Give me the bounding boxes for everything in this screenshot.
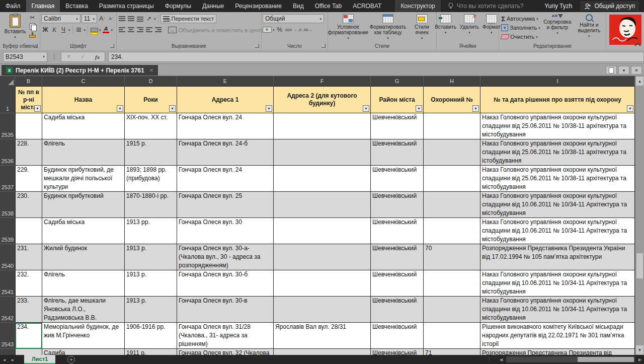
conditional-formatting-button[interactable]: Условное форматирование ▾: [329, 14, 367, 40]
align-right-button[interactable]: [136, 26, 144, 34]
autosum-button[interactable]: Σ Автосумма ▾: [501, 15, 540, 23]
font-name-select[interactable]: Calibri ▾: [41, 14, 80, 23]
table-header-cell[interactable]: Роки▾: [125, 86, 177, 113]
filter-button[interactable]: ▾: [34, 105, 41, 112]
align-top-button[interactable]: [118, 15, 126, 23]
cell[interactable]: [274, 113, 371, 139]
cell[interactable]: Будинок прибутковий, де мешкали діячі по…: [42, 166, 125, 192]
cell[interactable]: [424, 218, 480, 244]
decrease-indent-button[interactable]: [145, 26, 153, 34]
fill-button[interactable]: ▼ Заполнить ▾: [501, 24, 540, 32]
row-header-2541[interactable]: 2541: [0, 270, 15, 297]
cell[interactable]: [274, 349, 371, 355]
bold-button[interactable]: Ж: [41, 26, 49, 34]
scroll-left-button[interactable]: ◀: [497, 357, 505, 362]
cell[interactable]: 1906-1916 рр.: [125, 323, 177, 349]
ribbon-tab-вид[interactable]: Вид: [287, 0, 309, 12]
filter-button[interactable]: ▾: [416, 105, 422, 112]
cell[interactable]: Гончара Олеся вул. 30: [177, 218, 274, 244]
insert-function-button[interactable]: fx: [95, 54, 100, 60]
comma-style-button[interactable]: 000: [285, 26, 293, 34]
align-middle-button[interactable]: [127, 15, 135, 23]
column-header-B[interactable]: B: [15, 76, 42, 86]
ribbon-tab-acrobat[interactable]: ACROBAT: [347, 0, 387, 12]
scrollbar-splitter-icon[interactable]: ⋮: [487, 356, 492, 363]
cell[interactable]: Наказ Головного управління охорони культ…: [480, 139, 635, 166]
cell[interactable]: Шевченківський: [371, 349, 424, 355]
column-header-I[interactable]: I: [480, 76, 635, 86]
name-box-dropdown-icon[interactable]: ▾: [43, 54, 45, 59]
cell[interactable]: Наказ Головного управління охорони культ…: [480, 218, 635, 244]
increase-decimal-button[interactable]: ←.0: [294, 26, 302, 34]
clear-button[interactable]: Очистить ▾: [501, 33, 540, 41]
ribbon-tab-данные[interactable]: Данные: [197, 0, 229, 12]
cell[interactable]: Флігель: [42, 270, 125, 297]
cell[interactable]: Шевченківський: [371, 244, 424, 270]
number-format-select[interactable]: Общий ▾: [263, 14, 324, 23]
grow-font-button[interactable]: Аˆ: [98, 15, 106, 23]
enter-button[interactable]: ✓: [80, 53, 85, 60]
sheet-tab-list1[interactable]: Лист1: [24, 355, 55, 364]
cell[interactable]: Гончара Олеся вул. 31/28 (Чкалова., 31- …: [177, 323, 274, 349]
next-sheet-button[interactable]: ▸: [9, 357, 17, 362]
filter-button[interactable]: ▾: [472, 105, 479, 112]
ribbon-tab-разметка-страницы[interactable]: Разметка страницы: [94, 0, 159, 12]
cell[interactable]: Шевченківський: [371, 139, 424, 166]
ribbon-tab-вставка[interactable]: Вставка: [60, 0, 94, 12]
underline-button[interactable]: Ч: [59, 26, 67, 34]
cell[interactable]: [274, 218, 371, 244]
insert-cells-button[interactable]: Вставить ▾: [434, 14, 457, 35]
row-header-2538[interactable]: 2538: [0, 192, 15, 218]
table-header-cell[interactable]: № пп в р-ні міста▾: [15, 86, 42, 113]
cell[interactable]: Розпорядження Представника Президента ві…: [480, 349, 635, 355]
fill-color-button[interactable]: [90, 26, 98, 34]
cell[interactable]: [274, 192, 371, 218]
column-header-G[interactable]: G: [371, 76, 424, 86]
column-header-C[interactable]: C: [42, 76, 125, 86]
chevron-down-icon[interactable]: ▾: [154, 17, 156, 21]
percent-style-button[interactable]: %: [276, 26, 284, 34]
filter-button[interactable]: ▾: [627, 105, 633, 112]
cell[interactable]: Шевченківський: [371, 218, 424, 244]
cell[interactable]: Жилий будинок: [42, 244, 125, 270]
document-tab[interactable]: X Перелік КИЇВ (2) Реєстр Н-М + Перелік …: [2, 65, 158, 76]
tab-options-button[interactable]: ▾: [618, 66, 629, 75]
cell[interactable]: Садиба: [42, 349, 125, 355]
table-header-cell[interactable]: № та дата рішення про взяття під охорону…: [480, 86, 635, 113]
table-header-cell[interactable]: Район міста▾: [371, 86, 424, 113]
cell[interactable]: 233.: [15, 297, 42, 323]
cell-styles-button[interactable]: Стили ячеек ▾: [409, 14, 435, 40]
cell[interactable]: Шевченківський: [371, 323, 424, 349]
ribbon-tab-формулы[interactable]: Формулы: [159, 0, 197, 12]
decrease-decimal-button[interactable]: .00→: [303, 26, 312, 34]
dialog-launcher-font-icon[interactable]: [110, 44, 114, 48]
cell[interactable]: Гончара Олеся вул. 25: [177, 192, 274, 218]
borders-button[interactable]: ⊞: [75, 26, 83, 34]
cell[interactable]: Наказ Головного управління охорони культ…: [480, 113, 635, 139]
cell[interactable]: [424, 192, 480, 218]
ribbon-tab-office-tab[interactable]: Office Tab: [309, 0, 348, 12]
scroll-right-button[interactable]: ▶: [636, 357, 644, 362]
row-header-1[interactable]: 1: [0, 86, 15, 113]
format-painter-button[interactable]: [28, 31, 36, 39]
scroll-down-button[interactable]: ▼: [636, 345, 643, 354]
dialog-launcher-clipboard-icon[interactable]: [34, 44, 38, 48]
cell[interactable]: 231.: [15, 244, 42, 270]
font-size-select[interactable]: 11 ▾: [82, 14, 97, 23]
chevron-down-icon[interactable]: ▾: [111, 28, 113, 32]
cell[interactable]: 230.: [15, 192, 42, 218]
filter-button[interactable]: ▾: [266, 105, 272, 112]
cell[interactable]: Гончара Олеся вул. 32 (Чкалова: [177, 349, 274, 355]
select-all-corner[interactable]: [0, 76, 15, 86]
row-header-2542[interactable]: 2542: [0, 297, 15, 323]
cell[interactable]: [15, 349, 42, 355]
format-cells-button[interactable]: Формат ▾: [481, 14, 502, 35]
scroll-up-button[interactable]: ▲: [636, 77, 643, 86]
cell[interactable]: Меморіальний будинок, де жив М.Грінченко: [42, 323, 125, 349]
cell[interactable]: 228.: [15, 139, 42, 166]
prev-sheet-button[interactable]: ◂: [0, 357, 9, 362]
row-header-2535[interactable]: 2535: [0, 113, 15, 139]
filter-button[interactable]: ▾: [117, 105, 123, 112]
cell[interactable]: Будинок прибутковий: [42, 192, 125, 218]
sort-filter-button[interactable]: АЯ Сортировка и фильтр ▾: [542, 14, 573, 35]
